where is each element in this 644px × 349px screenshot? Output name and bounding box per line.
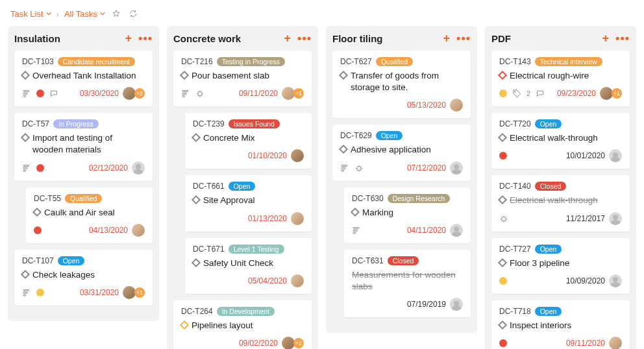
- card-title-row: Overhead Tank Installation: [22, 70, 145, 82]
- card-title-row: Pour basement slab: [181, 70, 304, 82]
- card-top-row: DC-T631Closed: [352, 256, 463, 265]
- column-menu-button[interactable]: •••: [138, 32, 153, 44]
- task-card[interactable]: DC-T630Design ResearchMarking04/11/2020: [344, 187, 471, 243]
- star-icon: [112, 9, 121, 18]
- task-card[interactable]: DC-T720OpenElectrical walk-through10/01/…: [491, 113, 630, 169]
- task-card[interactable]: DC-T627QualifiedTransfer of goods from s…: [332, 51, 471, 118]
- refresh-button[interactable]: [127, 8, 139, 19]
- card-top-row: DC-T107Open: [22, 256, 145, 265]
- task-card[interactable]: DC-T631ClosedMeasurements for wooden sla…: [344, 250, 471, 317]
- card-title-row: Adhesive application: [340, 144, 463, 156]
- assignee-avatar[interactable]: [123, 87, 136, 100]
- due-date: 11/21/2017: [566, 214, 605, 223]
- assignee-avatar[interactable]: [132, 224, 145, 237]
- priority-dot-icon: [36, 289, 44, 296]
- status-pill: Issues Found: [229, 119, 280, 128]
- column-title: Insulation: [14, 33, 60, 44]
- subtasks-icon: [22, 89, 31, 98]
- assignee-avatar[interactable]: [282, 87, 295, 100]
- card-top-row: DC-T720Open: [499, 119, 622, 128]
- assignee-avatar[interactable]: [450, 162, 463, 174]
- task-id: DC-T631: [352, 256, 384, 265]
- card-footer: 03/31/2020+1: [22, 286, 145, 299]
- priority-diamond-icon: [21, 133, 30, 142]
- task-card[interactable]: DC-T140ClosedElectrical walk-through11/2…: [491, 175, 630, 231]
- add-task-button[interactable]: +: [443, 32, 451, 44]
- add-task-button[interactable]: +: [125, 32, 132, 44]
- assignee-avatar[interactable]: [450, 224, 463, 237]
- bug-icon: [195, 89, 204, 98]
- add-task-button[interactable]: +: [602, 32, 610, 44]
- card-footer-right: 03/30/2020+2: [80, 87, 145, 100]
- assignee-avatar[interactable]: [609, 274, 622, 287]
- avatar-overflow-badge[interactable]: +2: [134, 88, 145, 99]
- column-menu-button[interactable]: •••: [615, 32, 630, 44]
- task-card[interactable]: DC-T671Level 1 TestingSafety Unit Check0…: [185, 238, 312, 294]
- subtasks-icon: [352, 226, 361, 235]
- favorite-button[interactable]: [110, 8, 122, 19]
- column-header: Floor tiling+•••: [332, 32, 471, 44]
- card-top-row: DC-T629Open: [340, 131, 463, 140]
- task-card[interactable]: DC-T239Issues FoundConcrete Mix01/10/202…: [185, 113, 312, 169]
- tag-count: 2: [526, 90, 530, 97]
- priority-diamond-icon: [498, 71, 507, 80]
- task-id: DC-T727: [499, 245, 531, 254]
- priority-diamond-icon: [192, 195, 201, 204]
- comments-icon: [49, 89, 58, 98]
- column-menu-button[interactable]: •••: [456, 32, 471, 44]
- assignee-avatar[interactable]: [132, 162, 145, 174]
- priority-diamond-icon: [180, 71, 189, 80]
- breadcrumb-root[interactable]: Task List: [10, 9, 51, 19]
- card-title-row: Import and testing of wooden materials: [22, 132, 145, 156]
- priority-diamond-icon: [32, 208, 42, 217]
- task-title: Measurements for wooden slabs: [352, 269, 463, 293]
- assignee-avatar[interactable]: [609, 212, 622, 225]
- task-card[interactable]: DC-T107OpenCheck leakages03/31/2020+1: [14, 250, 153, 306]
- assignee-avatar[interactable]: [291, 274, 304, 287]
- task-id: DC-T55: [34, 194, 61, 203]
- assignee-avatar[interactable]: [291, 149, 304, 162]
- assignee-avatar[interactable]: [450, 298, 463, 311]
- card-top-row: DC-T140Closed: [499, 182, 622, 191]
- task-card[interactable]: DC-T103Candidate recruitmentOverhead Tan…: [14, 51, 153, 106]
- avatar-overflow-badge[interactable]: +2: [293, 338, 304, 348]
- assignee-avatar[interactable]: [282, 337, 295, 349]
- status-pill: In Progress: [53, 119, 99, 128]
- assignee-avatar[interactable]: [291, 212, 304, 225]
- card-footer-right: 10/01/2020: [566, 149, 622, 162]
- avatar-overflow-badge[interactable]: +1: [612, 88, 622, 99]
- card-footer-right: 05/04/2020: [248, 274, 304, 287]
- task-card[interactable]: DC-T216Testing in ProgressPour basement …: [173, 51, 312, 106]
- priority-dot-icon: [34, 226, 42, 234]
- tag-icon: [512, 89, 521, 98]
- assignee-avatar[interactable]: [600, 87, 613, 100]
- assignee-avatar[interactable]: [609, 337, 622, 349]
- task-card[interactable]: DC-T661OpenSite Approval01/13/2020: [185, 175, 312, 231]
- avatar-overflow-badge[interactable]: +1: [134, 287, 145, 298]
- task-card[interactable]: DC-T264In DevelopmentPipelines layout09/…: [173, 300, 312, 349]
- column-header: Concrete work+•••: [173, 32, 312, 44]
- subtasks-icon: [181, 89, 190, 98]
- task-id: DC-T661: [193, 182, 225, 191]
- task-card[interactable]: DC-T718OpenInspect interiors09/11/2020: [491, 300, 630, 349]
- avatar-overflow-badge[interactable]: +1: [293, 88, 304, 99]
- due-date: 10/01/2020: [566, 151, 605, 160]
- card-footer-right: 04/13/2020: [89, 224, 145, 237]
- card-footer-right: 09/11/2020: [566, 337, 622, 349]
- column-menu-button[interactable]: •••: [297, 32, 312, 44]
- assignee-avatar[interactable]: [123, 286, 136, 299]
- task-card[interactable]: DC-T629OpenAdhesive application07/12/202…: [332, 125, 471, 180]
- card-footer-right: 09/11/2020+1: [239, 87, 304, 100]
- card-footer-left: [352, 226, 361, 235]
- breadcrumb-current[interactable]: All Tasks: [64, 9, 105, 19]
- add-task-button[interactable]: +: [284, 32, 291, 44]
- card-top-row: DC-T627Qualified: [340, 57, 463, 66]
- assignee-avatar[interactable]: [609, 149, 622, 162]
- status-pill: Closed: [535, 182, 567, 191]
- task-card[interactable]: DC-T727OpenFloor 3 pipeline10/09/2020: [491, 238, 630, 294]
- task-card[interactable]: DC-T57In ProgressImport and testing of w…: [14, 113, 153, 180]
- task-card[interactable]: DC-T143Technical interviewElectrical rou…: [491, 51, 630, 106]
- assignee-avatar[interactable]: [450, 99, 463, 112]
- task-card[interactable]: DC-T55QualifiedCaulk and Air seal04/13/2…: [26, 187, 153, 243]
- due-date: 09/23/2020: [557, 89, 596, 98]
